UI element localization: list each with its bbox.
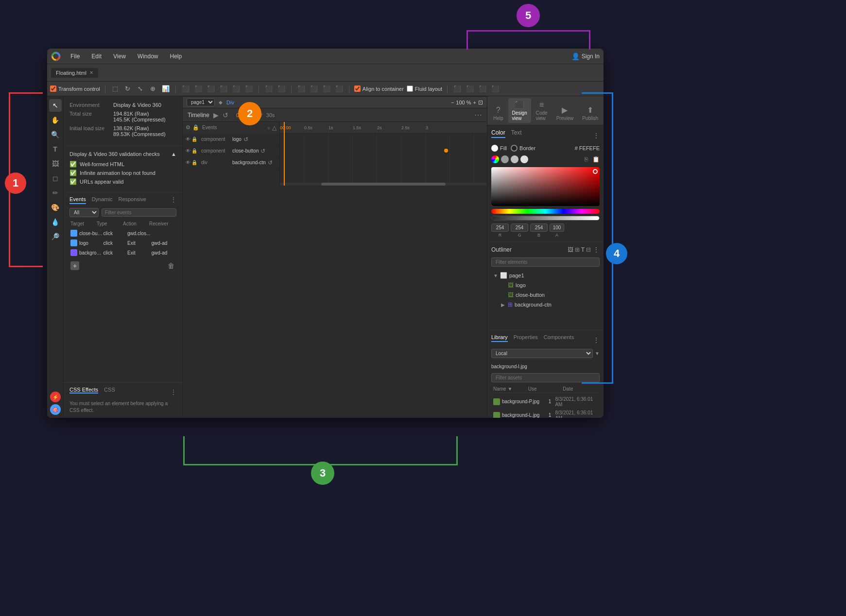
css-more-icon[interactable]: ⋮ bbox=[171, 389, 176, 395]
swatch-gray-dark[interactable] bbox=[501, 155, 509, 163]
library-more-btn[interactable]: ⋮ bbox=[593, 336, 600, 344]
asset-row-2[interactable]: background-L.jpg 1 8/3/2021, 6:36:01 AM bbox=[491, 409, 600, 418]
events-more-icon[interactable]: ⋮ bbox=[171, 196, 176, 204]
event-row-2[interactable]: logo click Exit gwd-ad bbox=[69, 238, 176, 248]
fluid-layout-checkbox[interactable]: Fluid layout bbox=[407, 86, 442, 92]
menu-edit[interactable]: Edit bbox=[89, 52, 104, 61]
resize-icon[interactable]: ⬛ bbox=[452, 84, 462, 94]
align-left-icon[interactable]: ⬛ bbox=[181, 84, 190, 94]
shape-tool-icon[interactable]: ◻ bbox=[49, 172, 62, 185]
event-row-3[interactable]: backgroun... click Exit gwd-ad bbox=[69, 248, 176, 257]
outliner-text-icon[interactable]: T bbox=[581, 246, 585, 253]
timeline-play-btn[interactable]: ▶ bbox=[213, 111, 219, 119]
menu-view[interactable]: View bbox=[111, 52, 128, 61]
swatch-copy-icon[interactable]: ⎘ bbox=[582, 155, 590, 163]
tree-page1[interactable]: ▼ ⬜ page1 bbox=[491, 271, 600, 280]
alpha-slider[interactable] bbox=[491, 216, 600, 221]
add-event-btn[interactable]: + bbox=[70, 261, 79, 270]
g-input[interactable] bbox=[511, 223, 528, 232]
hue-slider[interactable] bbox=[491, 209, 600, 214]
fill-option[interactable]: Fill bbox=[491, 145, 507, 152]
distribute-v-icon[interactable]: ⬛ bbox=[276, 84, 286, 94]
rotate-icon[interactable]: ↻ bbox=[123, 84, 133, 94]
transform-control-checkbox[interactable]: Transform control bbox=[50, 86, 100, 92]
zoom-in-btn[interactable]: + bbox=[473, 100, 476, 105]
move-backward-icon[interactable]: ⬛ bbox=[334, 84, 344, 94]
timeline-scrollbar-h[interactable] bbox=[280, 183, 487, 186]
select-arrow-icon[interactable]: ↖ bbox=[49, 99, 62, 112]
align-top-icon[interactable]: ⬛ bbox=[219, 84, 228, 94]
swatch-paste-icon[interactable]: 📋 bbox=[592, 155, 600, 163]
events-icon[interactable]: ⚡ bbox=[50, 392, 61, 402]
tree-close-button[interactable]: 🖼 close-button bbox=[491, 290, 600, 300]
asset-row-1[interactable]: background-P.jpg 1 8/3/2021, 6:36:01 AM bbox=[491, 395, 600, 409]
color-picker-icon[interactable]: 💧 bbox=[49, 216, 62, 228]
tab-responsive[interactable]: Responsive bbox=[118, 196, 146, 204]
page-selector[interactable]: page1 bbox=[187, 98, 215, 106]
move-back-icon[interactable]: ⬛ bbox=[309, 84, 319, 94]
color-picker[interactable] bbox=[491, 167, 600, 206]
bottom-icon-2[interactable]: 🎯 bbox=[50, 404, 61, 415]
zoom-fit-btn[interactable]: ⊡ bbox=[478, 99, 483, 106]
tab-components[interactable]: Components bbox=[544, 334, 574, 342]
tab-css[interactable]: CSS bbox=[104, 387, 115, 394]
crop-icon[interactable]: ⬛ bbox=[465, 84, 475, 94]
text-tool-icon[interactable]: T bbox=[49, 143, 62, 155]
tab-text[interactable]: Text bbox=[511, 129, 522, 138]
zoom-out-btn[interactable]: − bbox=[451, 100, 454, 105]
tree-logo[interactable]: 🖼 logo bbox=[491, 280, 600, 290]
swatch-icons[interactable] bbox=[491, 155, 499, 163]
align-center-h-icon[interactable]: ⬛ bbox=[193, 84, 203, 94]
sign-in[interactable]: 👤 Sign In bbox=[571, 52, 600, 60]
menu-file[interactable]: File bbox=[69, 52, 82, 61]
validation-header[interactable]: Display & Video 360 validation checks ▲ bbox=[69, 151, 176, 157]
timeline-playhead[interactable] bbox=[284, 122, 285, 186]
zoom-tool-icon[interactable]: 🔍 bbox=[49, 128, 62, 141]
move-front-icon[interactable]: ⬛ bbox=[296, 84, 306, 94]
tree-expand-bg[interactable]: ▶ bbox=[501, 302, 506, 308]
tab-library[interactable]: Library bbox=[491, 334, 508, 342]
swatch-gray-light[interactable] bbox=[520, 155, 528, 163]
magnify-icon[interactable]: 🔎 bbox=[49, 230, 62, 243]
publish-btn[interactable]: ⬆ Publish bbox=[578, 103, 602, 123]
swatch-gray-medium[interactable] bbox=[511, 155, 518, 163]
library-filter-select[interactable]: Local bbox=[491, 349, 593, 358]
tab-floating-html[interactable]: Floating.html ✕ bbox=[51, 68, 98, 78]
distribute-h-icon[interactable]: ⬛ bbox=[264, 84, 274, 94]
hand-tool-icon[interactable]: ✋ bbox=[49, 114, 62, 126]
align-bottom-icon[interactable]: ⬛ bbox=[244, 84, 254, 94]
mask-icon[interactable]: ⬛ bbox=[478, 84, 487, 94]
timeline-row-bg[interactable]: 👁 🔒 div background-ctn ↺ bbox=[183, 157, 279, 169]
bar-chart-icon[interactable]: 📊 bbox=[161, 84, 171, 94]
preview-btn[interactable]: ▶ Preview bbox=[552, 103, 578, 123]
timeline-row-close-btn[interactable]: 👁 🔒 component close-button ↺ bbox=[183, 145, 279, 157]
outliner-filter-input[interactable] bbox=[491, 257, 600, 267]
border-option[interactable]: Border bbox=[511, 145, 535, 152]
delete-event-btn[interactable]: 🗑 bbox=[167, 261, 175, 270]
tab-properties[interactable]: Properties bbox=[514, 334, 538, 342]
tab-events[interactable]: Events bbox=[69, 196, 86, 204]
tree-background-ctn[interactable]: ▶ ⊞ background-ctn bbox=[491, 300, 600, 309]
outliner-grid-icon[interactable]: ⊞ bbox=[575, 246, 580, 253]
timeline-loop-btn[interactable]: ↺ bbox=[223, 111, 228, 119]
timeline-row-logo[interactable]: 👁 🔒 component logo ↺ bbox=[183, 134, 279, 145]
tab-dynamic[interactable]: Dynamic bbox=[92, 196, 113, 204]
timeline-more-btn[interactable]: ⋯ bbox=[474, 110, 482, 120]
tab-color[interactable]: Color bbox=[491, 129, 505, 138]
tab-css-effects[interactable]: CSS Effects bbox=[69, 387, 98, 394]
outliner-more-btn[interactable]: ⋮ bbox=[593, 246, 600, 254]
events-filter-input[interactable] bbox=[102, 208, 176, 217]
paint-tool-icon[interactable]: 🎨 bbox=[49, 201, 62, 214]
outliner-list-icon[interactable]: ⊟ bbox=[586, 246, 591, 253]
menu-window[interactable]: Window bbox=[136, 52, 160, 61]
timeline-track-area[interactable]: 00:00 0.5s 1s 1.5s 2s 2.5s 3 bbox=[280, 122, 487, 186]
image-tool-icon[interactable]: 🖼 bbox=[49, 157, 62, 170]
timeline-keyframe[interactable] bbox=[444, 149, 448, 153]
design-view-btn[interactable]: ⬛ Design view bbox=[508, 98, 531, 123]
move-forward-icon[interactable]: ⬛ bbox=[322, 84, 331, 94]
more-icon[interactable]: ⬛ bbox=[490, 84, 500, 94]
align-right-icon[interactable]: ⬛ bbox=[206, 84, 216, 94]
help-btn[interactable]: ? Help bbox=[489, 104, 507, 123]
select-tool-icon[interactable]: ⬚ bbox=[110, 84, 120, 94]
tab-close-icon[interactable]: ✕ bbox=[89, 70, 93, 75]
